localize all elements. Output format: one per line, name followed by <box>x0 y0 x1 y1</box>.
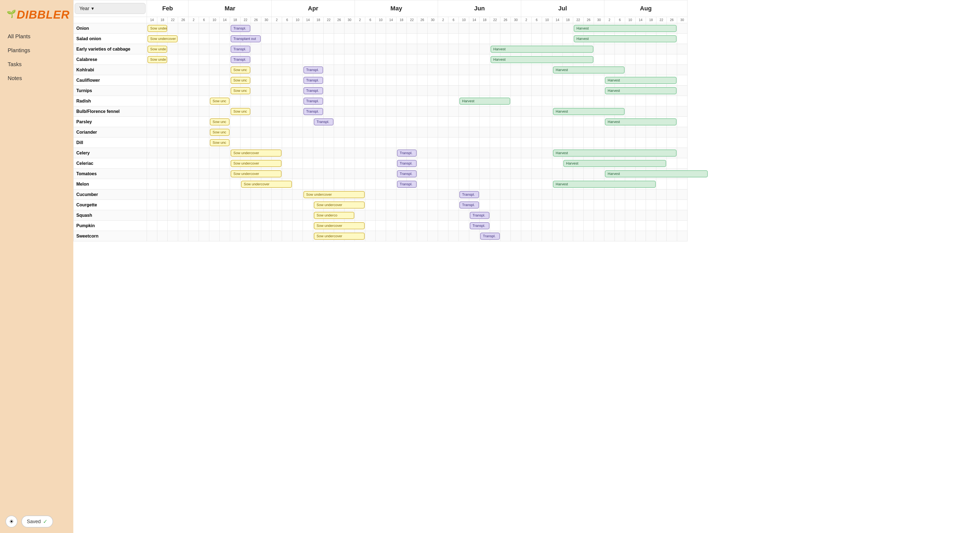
task-pill-harvest[interactable]: Harvest <box>459 98 510 105</box>
task-pill-sow[interactable]: Sow undercover <box>314 222 365 229</box>
task-pill-sow[interactable]: Sow underco <box>148 25 167 32</box>
task-pill-harvest[interactable]: Harvest <box>605 87 676 94</box>
day-cell <box>230 179 240 189</box>
day-cell <box>168 54 178 65</box>
task-pill-transplant[interactable]: Transplant out <box>231 35 261 42</box>
task-pill-transplant[interactable]: Transpl. <box>470 222 490 229</box>
saved-button[interactable]: Saved ✓ <box>21 516 53 528</box>
task-pill-transplant[interactable]: Transpl. <box>231 46 250 53</box>
task-pill-harvest[interactable]: Harvest <box>490 56 593 63</box>
task-pill-sow[interactable]: Sow unc <box>231 87 250 94</box>
task-pill-transplant[interactable]: Transpl. <box>231 56 250 63</box>
day-cell <box>552 86 563 96</box>
task-pill-sow[interactable]: Sow undercover <box>231 160 282 167</box>
task-pill-transplant[interactable]: Transpl. <box>304 67 323 73</box>
sidebar-item-tasks[interactable]: Tasks <box>0 57 73 71</box>
day-cell <box>615 200 625 210</box>
task-pill-transplant[interactable]: Transpl. <box>304 108 323 115</box>
task-pill-transplant[interactable]: Transpl. <box>304 77 323 84</box>
task-pill-transplant[interactable]: Transpl. <box>231 25 250 32</box>
task-pill-sow[interactable]: Sow unc <box>231 108 250 115</box>
task-pill-transplant[interactable]: Transpl. <box>459 201 479 209</box>
day-cell <box>490 148 500 158</box>
task-pill-sow[interactable]: Sow unc <box>231 77 250 84</box>
day-cell <box>511 189 521 200</box>
task-pill-transplant[interactable]: Transpl. <box>397 181 417 188</box>
task-pill-harvest[interactable]: Harvest <box>563 160 666 167</box>
day-cell <box>199 86 209 96</box>
day-cell <box>438 210 449 220</box>
task-pill-sow[interactable]: Sow unc <box>210 118 229 125</box>
day-cell <box>646 210 656 220</box>
task-pill-transplant[interactable]: Transpl. <box>314 118 334 125</box>
calendar-wrap[interactable]: Year ▾ FebMarAprMayJunJulAug 14182226261… <box>73 0 980 533</box>
task-pill-transplant[interactable]: Transpl. <box>480 233 500 240</box>
day-cell <box>428 33 438 44</box>
day-cell <box>230 96 240 106</box>
task-pill-sow[interactable]: Sow underco <box>314 212 354 219</box>
sidebar-item-all-plants[interactable]: All Plants <box>0 30 73 43</box>
task-pill-sow[interactable]: Sow unde <box>148 46 167 53</box>
task-pill-transplant[interactable]: Transpl. <box>459 191 479 198</box>
task-pill-transplant[interactable]: Transpl. <box>397 170 417 178</box>
day-cell <box>636 220 646 231</box>
day-cell <box>646 65 656 75</box>
task-pill-sow[interactable]: Sow undercover <box>314 233 365 240</box>
task-pill-transplant[interactable]: Transpl. <box>470 212 490 219</box>
day-cell <box>521 169 531 179</box>
task-pill-harvest[interactable]: Harvest <box>605 170 708 178</box>
day-cell <box>334 23 344 33</box>
day-cell <box>584 210 594 220</box>
day-cell <box>324 86 334 96</box>
day-cell <box>293 158 303 169</box>
day-cell <box>272 189 282 200</box>
day-cell <box>605 220 615 231</box>
day-cell <box>199 179 209 189</box>
day-cell <box>667 106 677 117</box>
day-col-may-22: 22 <box>407 17 417 23</box>
task-pill-harvest[interactable]: Harvest <box>553 67 625 73</box>
month-header-apr: Apr <box>272 0 355 17</box>
day-cell <box>188 148 199 158</box>
year-selector[interactable]: Year ▾ <box>75 3 146 14</box>
day-cell <box>552 169 563 179</box>
task-pill-sow[interactable]: Sow undercover <box>314 201 365 209</box>
task-pill-sow[interactable]: Sow unc <box>210 139 229 146</box>
day-cell <box>490 75 500 86</box>
year-label: Year <box>80 6 89 11</box>
task-pill-harvest[interactable]: Harvest <box>553 108 625 115</box>
day-cell <box>615 220 625 231</box>
day-cell <box>625 127 636 138</box>
task-pill-sow[interactable]: Sow undercover <box>304 191 365 198</box>
day-cell <box>511 33 521 44</box>
day-cell <box>375 106 386 117</box>
task-pill-harvest[interactable]: Harvest <box>574 35 676 42</box>
task-pill-sow[interactable]: Sow unde <box>148 56 167 63</box>
day-cell <box>375 75 386 86</box>
task-pill-sow[interactable]: Sow unc <box>210 98 229 105</box>
task-pill-transplant[interactable]: Transpl. <box>397 160 417 167</box>
task-pill-harvest[interactable]: Harvest <box>553 149 676 157</box>
task-pill-harvest[interactable]: Harvest <box>574 25 676 32</box>
task-pill-harvest[interactable]: Harvest <box>553 181 656 188</box>
task-pill-harvest[interactable]: Harvest <box>490 46 593 53</box>
task-pill-sow[interactable]: Sow unc <box>210 129 229 136</box>
day-cell <box>459 210 469 220</box>
day-cell <box>511 169 521 179</box>
task-pill-harvest[interactable]: Harvest <box>605 77 676 84</box>
task-pill-sow[interactable]: Sow unc <box>231 67 250 73</box>
day-cell <box>459 117 469 127</box>
task-pill-sow[interactable]: Sow undercover <box>231 170 282 178</box>
task-pill-sow[interactable]: Sow undercover <box>148 35 178 42</box>
task-pill-transplant[interactable]: Transpl. <box>304 98 323 105</box>
task-pill-sow[interactable]: Sow undercover <box>241 181 292 188</box>
day-cell <box>251 96 261 106</box>
task-pill-transplant[interactable]: Transpl. <box>397 149 417 157</box>
task-pill-harvest[interactable]: Harvest <box>605 118 676 125</box>
theme-button[interactable]: ☀ <box>5 516 18 528</box>
sidebar-item-plantings[interactable]: Plantings <box>0 43 73 57</box>
day-cell <box>168 220 178 231</box>
task-pill-sow[interactable]: Sow undercover <box>231 149 282 157</box>
sidebar-item-notes[interactable]: Notes <box>0 71 73 85</box>
task-pill-transplant[interactable]: Transpl. <box>304 87 323 94</box>
